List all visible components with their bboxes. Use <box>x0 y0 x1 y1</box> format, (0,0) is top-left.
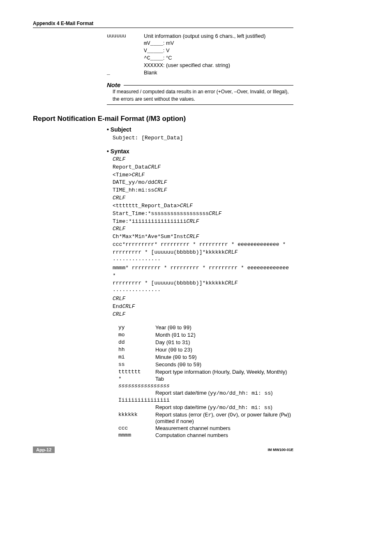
def-row: ssssssssssssssss <box>118 383 293 389</box>
def-key: kkkkkk <box>118 412 155 424</box>
def-key <box>107 47 144 54</box>
syntax-line: rrrrrrrrr * [uuuuuu(bbbbbb)]*kkkkkkCRLF <box>113 280 293 287</box>
def-row: yyYear (00 to 99) <box>118 324 293 331</box>
def-key: mo <box>118 332 155 338</box>
syntax-line: ··············· <box>113 287 293 295</box>
def-row: ssSeconds (00 to 59) <box>118 361 293 368</box>
def-row: *Tab <box>118 376 293 382</box>
def-val: Computation channel numbers <box>155 432 293 438</box>
def-row: V_____: V <box>107 47 293 54</box>
def-key: uuuuuu <box>107 33 144 39</box>
def-val: Blank <box>144 69 293 76</box>
top-definitions: uuuuuuUnit information (output using 6 c… <box>107 33 293 76</box>
footer-left: App-12 <box>33 446 55 453</box>
syntax-line: CRLF <box>113 156 293 164</box>
syntax-line: CRLF <box>113 194 293 202</box>
def-val: ^C____: °C <box>144 55 293 61</box>
syntax-line: EndCRLF <box>113 303 293 311</box>
syntax-line: Report_DataCRLF <box>113 164 293 171</box>
syntax-line: Ch*Max*Min*Ave*Sum*InstCRLF <box>113 233 293 241</box>
def-val: Report start date/time (yy/mo/dd_hh: mi:… <box>155 390 293 396</box>
syntax-lines: CRLFReport_DataCRLF<Time>CRLFDATE_yy/mo/… <box>113 156 293 319</box>
def-val: mV____: mV <box>144 40 293 46</box>
syntax-head: Syntax <box>107 148 293 155</box>
def-row: Report start date/time (yy/mo/dd_hh: mi:… <box>118 390 293 396</box>
footer-right: IM MW100-01E <box>267 448 293 452</box>
def-key: mi <box>118 354 155 361</box>
syntax-line: Start_Time:*ssssssssssssssssssCRLF <box>113 210 293 218</box>
syntax-line: CRLF <box>113 295 293 303</box>
def-val: XXXXXX: (user specified char. string) <box>144 62 293 69</box>
def-row: XXXXXX: (user specified char. string) <box>107 62 293 69</box>
syntax-line: ccc*rrrrrrrrr* rrrrrrrrr * rrrrrrrrr * e… <box>113 241 293 249</box>
def-key: * <box>118 376 155 382</box>
def-val: Day (01 to 31) <box>155 339 293 346</box>
def-val: V_____: V <box>144 47 293 54</box>
def-key <box>107 62 144 69</box>
def-key: ssssssssssssssss <box>118 383 170 389</box>
def-row: kkkkkkReport status (error (Er), over (O… <box>118 412 293 424</box>
page-footer: App-12 IM MW100-01E <box>33 446 293 453</box>
subject-head: Subject <box>107 126 293 133</box>
def-row: Report stop date/time (yy/mo/dd_hh: mi: … <box>118 404 293 411</box>
def-key: mmmm <box>118 432 155 438</box>
note-title: Note <box>107 81 124 88</box>
subject-line: Subject: [Report_Data] <box>113 135 183 141</box>
def-key <box>118 390 155 396</box>
def-key <box>107 40 144 46</box>
def-val: Seconds (00 to 59) <box>155 361 293 368</box>
note-block: Note If measured / computed data results… <box>107 81 293 105</box>
def-row: moMonth (01 to 12) <box>118 332 293 338</box>
def-row: cccMeasurement channel numbers <box>118 425 293 431</box>
def-val: Year (00 to 99) <box>155 324 293 331</box>
syntax-line: <Time>CRLF <box>113 171 293 179</box>
def-val: Minute (00 to 59) <box>155 354 293 361</box>
section-title: Report Notification E-mail Format (/M3 o… <box>33 115 293 123</box>
syntax-definitions: yyYear (00 to 99)moMonth (01 to 12)ddDay… <box>118 324 293 438</box>
def-row: ^C____: °C <box>107 55 293 61</box>
syntax-line: CRLF <box>113 311 293 319</box>
def-val: Measurement channel numbers <box>155 425 293 431</box>
def-key: hh <box>118 347 155 353</box>
def-key: ttttttt <box>118 369 155 375</box>
def-row: tttttttReport type information (Hourly, … <box>118 369 293 375</box>
syntax-line: rrrrrrrrr * [uuuuuu(bbbbbb)]*kkkkkkCRLF <box>113 249 293 257</box>
def-row: mV____: mV <box>107 40 293 46</box>
def-row: mmmmComputation channel numbers <box>118 432 293 438</box>
def-row: hhHour (00 to 23) <box>118 347 293 353</box>
def-val: Report stop date/time (yy/mo/dd_hh: mi: … <box>155 404 293 411</box>
def-key: yy <box>118 324 155 331</box>
def-val: Report type information (Hourly, Daily, … <box>155 369 293 375</box>
def-val: Unit information (output using 6 chars.,… <box>144 33 293 39</box>
def-key: dd <box>118 339 155 346</box>
def-row: _Blank <box>107 69 293 76</box>
syntax-line: DATE_yy/mo/ddCRLF <box>113 179 293 187</box>
syntax-line: CRLF <box>113 225 293 233</box>
def-val: Tab <box>155 376 293 382</box>
def-key: _ <box>107 69 144 76</box>
def-key <box>118 404 155 411</box>
def-val: Month (01 to 12) <box>155 332 293 338</box>
syntax-line: mmmm* rrrrrrrrr * rrrrrrrrr * rrrrrrrrr … <box>113 264 293 280</box>
def-val: Report status (error (Er), over (Ov), or… <box>155 412 293 424</box>
syntax-line: ··············· <box>113 257 293 264</box>
def-key <box>107 55 144 61</box>
syntax-line: Time:*iiiiiiiiiiiiiiiiiCRLF <box>113 218 293 226</box>
syntax-line: TIME_hh:mi:ssCRLF <box>113 187 293 194</box>
def-row: Iiiiiiiiiiiiiiii <box>118 397 293 403</box>
page-header: Appendix 4 E-Mail Format <box>33 21 293 28</box>
def-key: ccc <box>118 425 155 431</box>
def-val: Hour (00 to 23) <box>155 347 293 353</box>
def-key: ss <box>118 361 155 368</box>
syntax-line: <ttttttt_Report_Data>CRLF <box>113 202 293 210</box>
def-key: Iiiiiiiiiiiiiiii <box>118 397 170 403</box>
def-row: uuuuuuUnit information (output using 6 c… <box>107 33 293 39</box>
def-row: ddDay (01 to 31) <box>118 339 293 346</box>
def-row: miMinute (00 to 59) <box>118 354 293 361</box>
note-body: If measured / computed data results in a… <box>113 88 293 103</box>
